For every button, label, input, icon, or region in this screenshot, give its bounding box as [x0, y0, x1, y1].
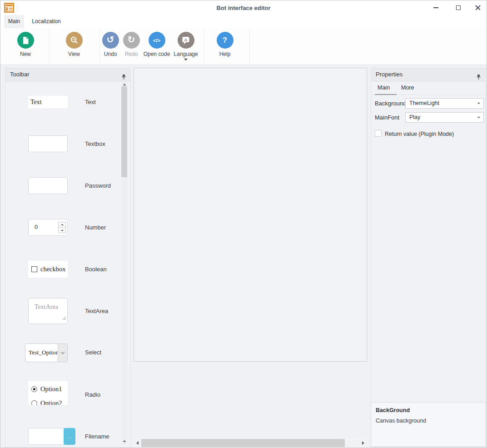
toolbox-item-textarea[interactable]: TextArea — [28, 298, 68, 324]
description-title: BackGround — [376, 407, 481, 413]
toolbox-label-password: Password — [85, 182, 111, 189]
design-canvas[interactable] — [134, 68, 367, 362]
ribbon-tab-row: Main Localization — [0, 15, 487, 28]
toolbox-label-filename: Filename — [85, 433, 109, 440]
scroll-up-icon[interactable] — [123, 84, 126, 85]
radio-checked-icon — [31, 386, 37, 392]
spinner-up-icon — [61, 224, 64, 225]
boolean-preview-label: checkbox — [40, 265, 66, 273]
close-button[interactable] — [471, 0, 485, 15]
number-value: 0 — [35, 224, 38, 230]
minimize-button[interactable] — [429, 0, 442, 15]
toolbox-item-password[interactable] — [28, 177, 68, 194]
toolbox-label-radio: Radio — [85, 391, 100, 398]
toolbox-label-textarea: TextArea — [85, 308, 108, 314]
new-label: New — [7, 51, 44, 57]
view-button[interactable]: View — [56, 32, 92, 57]
new-file-icon — [17, 32, 34, 49]
minimize-icon — [433, 7, 438, 8]
checkbox-icon — [31, 266, 37, 272]
window-title: Bot interface editor — [0, 5, 487, 11]
dropdown-caret-icon — [477, 103, 480, 104]
toolbox-label-boolean: Boolean — [85, 266, 107, 273]
close-icon — [475, 5, 481, 10]
language-button[interactable]: A Language — [168, 32, 204, 60]
properties-tab-row: Main More — [371, 82, 485, 95]
app-window: Bot interface editor Main Localization N… — [0, 0, 487, 448]
new-button[interactable]: New — [7, 32, 44, 57]
properties-tab-more[interactable]: More — [401, 85, 414, 91]
toolbox-item-number[interactable]: 0 — [28, 219, 68, 236]
mainfont-select[interactable]: Play — [405, 112, 484, 123]
toolbox-panel-title: Toolbar — [10, 71, 30, 78]
canvas-h-scrollbar[interactable] — [134, 438, 367, 448]
code-icon: </> — [149, 32, 165, 49]
help-label: Help — [207, 51, 243, 57]
radio-option2-label: Option2 — [40, 399, 62, 405]
toolbox-item-boolean[interactable]: checkbox — [28, 261, 68, 278]
radio-unchecked-icon — [31, 400, 37, 405]
properties-panel-header: Properties — [371, 68, 485, 81]
toolbox-scrollbar[interactable] — [121, 82, 127, 444]
properties-tab-main[interactable]: Main — [378, 85, 390, 91]
language-label: Language — [168, 51, 204, 57]
select-value: Test_Option1 — [29, 349, 62, 356]
ribbon-divider — [49, 29, 50, 64]
maximize-button[interactable] — [452, 0, 465, 15]
toolbox-label-number: Number — [85, 224, 106, 231]
mainfont-value: Play — [409, 114, 420, 120]
textarea-placeholder: TextArea — [35, 304, 58, 311]
toolbox-item-select[interactable]: Test_Option1 — [25, 343, 68, 362]
active-tab-underline — [375, 94, 397, 95]
view-label: View — [56, 51, 92, 57]
toolbox-label-textbox: Textbox — [85, 140, 105, 147]
scroll-left-icon[interactable] — [136, 441, 139, 445]
toolbox-panel: Toolbar Text Text Textbox Password 0 — [5, 68, 131, 448]
description-text: Canvas background — [376, 418, 481, 424]
mainfont-label: MainFont — [375, 114, 399, 121]
toolbox-label-select: Select — [85, 349, 101, 356]
property-description-box: BackGround Canvas background — [371, 402, 486, 447]
toolbox-item-textbox[interactable] — [28, 135, 68, 152]
return-value-label: Return value (Plugin Mode) — [385, 131, 454, 137]
number-spinner — [58, 222, 66, 233]
background-label: Background — [375, 100, 406, 107]
radio-option1-label: Option1 — [40, 385, 62, 393]
maximize-icon — [456, 5, 461, 10]
background-select[interactable]: ThemeLight — [405, 98, 484, 109]
select-dropdown-button — [58, 344, 67, 362]
properties-panel-title: Properties — [376, 71, 403, 78]
background-value: ThemeLight — [409, 100, 439, 106]
scroll-right-icon[interactable] — [362, 441, 364, 445]
resize-grip-icon — [62, 314, 66, 322]
toolbox-panel-header: Toolbar — [5, 68, 130, 81]
filename-input — [28, 428, 67, 445]
ribbon-divider — [204, 29, 204, 64]
zoom-preview-icon — [66, 32, 83, 49]
scroll-down-icon[interactable] — [123, 441, 126, 443]
toolbox-scrollbar-thumb[interactable] — [121, 86, 127, 177]
help-button[interactable]: ? Help — [207, 32, 243, 57]
toolbox-label-text: Text — [85, 99, 96, 105]
browse-button[interactable]: ... — [64, 428, 75, 445]
properties-panel: Properties Main More Background ThemeLig… — [371, 68, 486, 448]
select-chevron-icon — [61, 350, 65, 354]
title-bar: Bot interface editor — [0, 0, 487, 15]
tab-localization[interactable]: Localization — [26, 15, 67, 28]
tab-main[interactable]: Main — [4, 15, 24, 28]
ribbon-divider — [249, 29, 250, 64]
return-value-checkbox[interactable] — [375, 130, 382, 137]
translate-icon: A — [178, 32, 194, 49]
spinner-down-icon — [61, 230, 64, 231]
canvas-h-scrollbar-thumb[interactable] — [141, 439, 345, 447]
toolbox-item-radio[interactable]: Option1 Option2 — [28, 381, 68, 405]
dropdown-caret-icon — [477, 117, 480, 118]
language-caret-icon — [184, 59, 188, 60]
help-icon: ? — [217, 32, 234, 49]
toolbox-item-text[interactable]: Text — [28, 96, 68, 108]
ribbon: New View ↺ Undo ↻ Redo — [0, 28, 487, 65]
redo-icon: ↻ — [123, 32, 140, 49]
svg-text:A: A — [184, 37, 187, 42]
